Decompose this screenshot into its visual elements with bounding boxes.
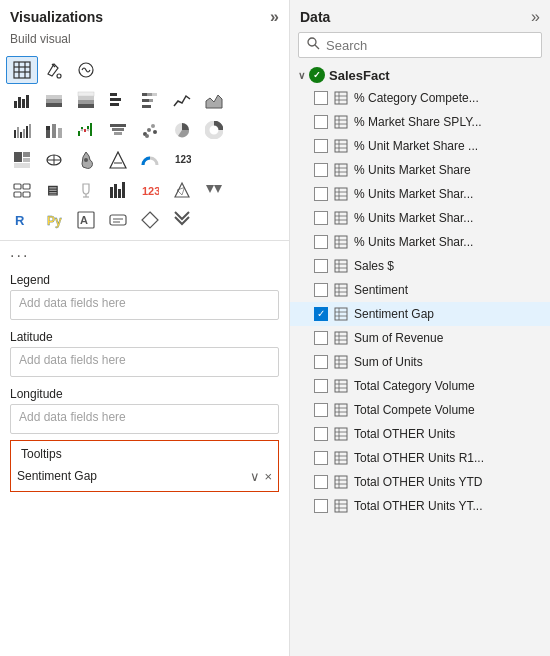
tree-item-checkbox[interactable] [314, 427, 328, 441]
svg-rect-33 [29, 124, 31, 138]
tree-item-checkbox[interactable] [314, 379, 328, 393]
tree-item[interactable]: Sentiment [290, 278, 550, 302]
viz-icon-slicer[interactable]: ▤ [38, 176, 70, 204]
tree-item-checkbox[interactable] [314, 331, 328, 345]
tree-item-checkbox[interactable] [314, 451, 328, 465]
viz-icon-smart-narrative[interactable] [102, 206, 134, 234]
tree-item[interactable]: Sum of Units [290, 350, 550, 374]
svg-rect-31 [23, 129, 25, 138]
tree-item-checkbox[interactable] [314, 139, 328, 153]
tree-group-salesfact[interactable]: ∨ ✓ SalesFact [290, 64, 550, 86]
viz-icon-analytics[interactable] [70, 56, 102, 84]
tree-item-checkbox[interactable] [314, 163, 328, 177]
viz-icon-table[interactable] [6, 56, 38, 84]
svg-rect-24 [142, 99, 149, 102]
viz-icon-gauge[interactable] [134, 146, 166, 174]
viz-panel-collapse-icon[interactable]: » [270, 8, 279, 26]
svg-rect-29 [17, 127, 19, 138]
tree-item[interactable]: Sentiment Gap [290, 302, 550, 326]
viz-icon-pie[interactable] [166, 116, 198, 144]
viz-icon-r-visual[interactable]: R [6, 206, 38, 234]
data-panel-collapse-icon[interactable]: » [531, 8, 540, 26]
viz-icon-map[interactable] [38, 146, 70, 174]
viz-icon-custom-diamond[interactable] [134, 206, 166, 234]
tree-item-checkbox[interactable] [314, 115, 328, 129]
tree-item[interactable]: Total Category Volume [290, 374, 550, 398]
tooltips-label: Tooltips [10, 440, 279, 461]
viz-icon-treemap[interactable] [6, 146, 38, 174]
search-box[interactable] [298, 32, 542, 58]
viz-icon-waterfall[interactable] [70, 116, 102, 144]
viz-icon-scatter[interactable] [134, 116, 166, 144]
tree-item[interactable]: Total OTHER Units YTD [290, 470, 550, 494]
tree-item[interactable]: % Units Market Shar... [290, 182, 550, 206]
viz-icon-azure-map[interactable] [102, 146, 134, 174]
tree-item-checkbox[interactable] [314, 499, 328, 513]
tree-item[interactable]: % Market Share SPLY... [290, 110, 550, 134]
search-icon [307, 37, 320, 53]
tree-item-checkbox[interactable] [314, 187, 328, 201]
viz-icon-area[interactable] [198, 86, 230, 114]
viz-icon-paint[interactable] [38, 56, 70, 84]
tree-item[interactable]: % Units Market Share [290, 158, 550, 182]
viz-icon-line[interactable] [166, 86, 198, 114]
tree-item[interactable]: % Units Market Shar... [290, 230, 550, 254]
tree-item-checkbox[interactable] [314, 475, 328, 489]
search-input[interactable] [326, 38, 533, 53]
tree-item-checkbox[interactable] [314, 259, 328, 273]
latitude-drop-box[interactable]: Add data fields here [10, 347, 279, 377]
tree-item-checkbox[interactable] [314, 307, 328, 321]
viz-icon-kpi[interactable]: 123 [166, 146, 198, 174]
viz-icon-text-box[interactable]: A [70, 206, 102, 234]
tooltips-chevron-btn[interactable]: ∨ [250, 469, 260, 484]
viz-icon-ribbon[interactable] [38, 116, 70, 144]
viz-icon-bar-stacked[interactable] [38, 86, 70, 114]
svg-text:Py: Py [47, 214, 62, 228]
viz-icon-bar-clustered[interactable] [6, 86, 38, 114]
viz-icon-bar-100[interactable] [70, 86, 102, 114]
tree-item-checkbox[interactable] [314, 91, 328, 105]
viz-icon-funnel[interactable] [102, 116, 134, 144]
tree-item[interactable]: Total Compete Volume [290, 398, 550, 422]
viz-icon-bar-group2[interactable] [6, 116, 38, 144]
tree-item[interactable]: % Units Market Shar... [290, 206, 550, 230]
viz-icon-number[interactable]: 123 [134, 176, 166, 204]
field-type-icon [333, 163, 349, 177]
field-type-icon [333, 187, 349, 201]
viz-icon-get-more[interactable] [166, 206, 198, 234]
tooltips-remove-btn[interactable]: × [264, 469, 272, 484]
viz-panel-title: Visualizations [10, 9, 103, 25]
tree-item[interactable]: Sum of Revenue [290, 326, 550, 350]
viz-icon-bar-horiz[interactable] [102, 86, 134, 114]
tree-item-checkbox[interactable] [314, 283, 328, 297]
viz-icon-donut[interactable] [198, 116, 230, 144]
svg-rect-45 [110, 124, 126, 127]
viz-icon-decomp[interactable] [166, 176, 198, 204]
tree-item[interactable]: % Unit Market Share ... [290, 134, 550, 158]
viz-icon-map-filled[interactable] [70, 146, 102, 174]
svg-rect-56 [23, 152, 30, 157]
viz-icon-trophy[interactable] [70, 176, 102, 204]
tree-item-checkbox[interactable] [314, 355, 328, 369]
tree-item-checkbox[interactable] [314, 235, 328, 249]
svg-rect-73 [110, 187, 113, 198]
tree-item[interactable]: % Category Compete... [290, 86, 550, 110]
tree-item[interactable]: Sales $ [290, 254, 550, 278]
longitude-drop-box[interactable]: Add data fields here [10, 404, 279, 434]
viz-more-dots[interactable]: ... [0, 241, 289, 267]
tree-item-label: % Units Market Shar... [354, 187, 473, 201]
tree-item-checkbox[interactable] [314, 211, 328, 225]
tree-item[interactable]: Total OTHER Units YT... [290, 494, 550, 518]
viz-row-top [6, 56, 283, 84]
viz-icon-more[interactable] [198, 176, 230, 204]
viz-icon-python[interactable]: Py [38, 206, 70, 234]
viz-icon-card-multi[interactable] [6, 176, 38, 204]
legend-drop-box[interactable]: Add data fields here [10, 290, 279, 320]
tree-item-checkbox[interactable] [314, 403, 328, 417]
viz-icon-bar2[interactable] [102, 176, 134, 204]
svg-rect-7 [14, 101, 17, 108]
viz-icon-bar-horiz-stacked[interactable] [134, 86, 166, 114]
tree-item[interactable]: Total OTHER Units [290, 422, 550, 446]
viz-row-3: 123 [6, 146, 283, 174]
tree-item[interactable]: Total OTHER Units R1... [290, 446, 550, 470]
